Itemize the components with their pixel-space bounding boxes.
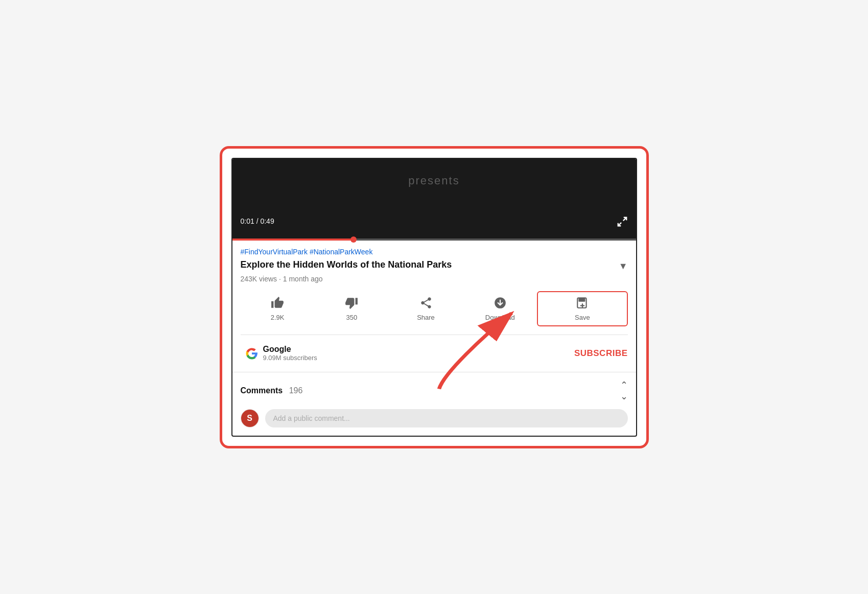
comments-section: Comments 196 ⌃⌄ S Add a public comment..… xyxy=(232,372,636,436)
comment-placeholder: Add a public comment... xyxy=(273,414,350,422)
action-buttons: 2.9K 350 xyxy=(241,291,628,335)
like-count: 2.9K xyxy=(271,314,285,321)
video-player[interactable]: presents 0:01 / 0:49 xyxy=(232,159,636,241)
channel-info: Google 9.09M subscribers xyxy=(263,345,574,362)
google-logo xyxy=(241,342,263,365)
channel-row: Google 9.09M subscribers SUBSCRIBE xyxy=(232,335,636,372)
channel-name[interactable]: Google xyxy=(263,345,574,354)
progress-dot xyxy=(350,236,357,243)
comments-label: Comments xyxy=(241,386,283,395)
save-label: Save xyxy=(575,314,590,321)
video-bg-text: presents xyxy=(408,174,459,187)
comments-count: 196 xyxy=(289,386,303,395)
dislike-count: 350 xyxy=(346,314,357,321)
share-label: Share xyxy=(417,314,435,321)
download-icon xyxy=(494,296,507,312)
comment-input[interactable]: Add a public comment... xyxy=(265,409,628,427)
progress-bar-fill xyxy=(232,239,354,241)
chevron-down-icon[interactable]: ▼ xyxy=(619,261,628,272)
comments-title-group: Comments 196 xyxy=(241,386,303,395)
phone-screen-wrapper: presents 0:01 / 0:49 xyxy=(231,158,637,437)
comment-input-row: S Add a public comment... xyxy=(241,409,628,436)
user-avatar: S xyxy=(241,409,259,427)
like-button[interactable]: 2.9K xyxy=(241,296,315,321)
fullscreen-icon[interactable] xyxy=(617,216,628,227)
save-button[interactable]: Save xyxy=(537,291,627,326)
sort-icon[interactable]: ⌃⌄ xyxy=(620,379,628,402)
comments-header: Comments 196 ⌃⌄ xyxy=(241,379,628,402)
avatar-letter: S xyxy=(241,410,259,427)
video-title-row: Explore the Hidden Worlds of the Nationa… xyxy=(241,259,628,272)
download-button[interactable]: Download xyxy=(463,296,537,321)
share-button[interactable]: Share xyxy=(389,296,463,321)
dislike-button[interactable]: 350 xyxy=(315,296,389,321)
thumbs-up-icon xyxy=(271,296,284,312)
svg-rect-4 xyxy=(578,298,585,302)
subscribe-button[interactable]: SUBSCRIBE xyxy=(574,348,628,359)
channel-subscribers: 9.09M subscribers xyxy=(263,354,574,362)
video-info: #FindYourVirtualPark #NationalParkWeek E… xyxy=(232,241,636,335)
video-time: 0:01 / 0:49 xyxy=(241,217,274,225)
download-label: Download xyxy=(485,314,515,321)
outer-frame: presents 0:01 / 0:49 xyxy=(220,146,649,448)
share-icon xyxy=(419,296,433,312)
progress-bar[interactable] xyxy=(232,239,636,241)
phone-screen: presents 0:01 / 0:49 xyxy=(231,158,637,437)
hashtags[interactable]: #FindYourVirtualPark #NationalParkWeek xyxy=(241,248,628,256)
thumbs-down-icon xyxy=(345,296,358,312)
video-meta: 243K views · 1 month ago xyxy=(241,275,628,283)
save-icon xyxy=(576,296,589,312)
video-title: Explore the Hidden Worlds of the Nationa… xyxy=(241,259,614,271)
